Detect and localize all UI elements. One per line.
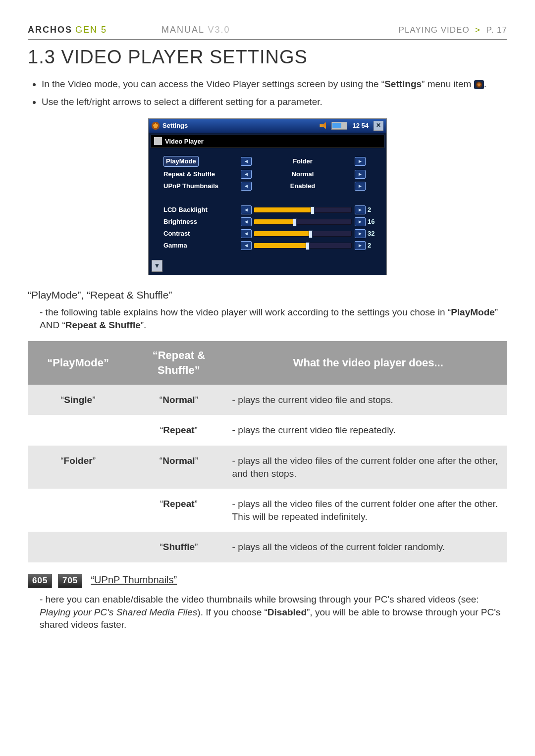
speaker-icon [320,122,328,129]
th-action: What the video player does... [229,341,507,384]
th-repeat: “Repeat & Shuffle” [128,341,229,384]
setting-row: Repeat & Shuffle◄Normal► [163,170,381,179]
manual-version: V3.0 [208,25,230,35]
setting-value: Enabled [254,182,352,191]
setting-label: UPnP Thumbnails [163,182,238,191]
arrow-right-button[interactable]: ► [355,241,366,250]
setting-value: 2 [368,241,381,250]
setting-label: PlayMode [163,156,199,167]
arrow-left-button[interactable]: ◄ [241,205,252,214]
manual-label: MANUAL V3.0 [161,24,230,36]
badge-605: 605 [28,574,52,588]
cell-playmode: “Folder” [28,446,128,489]
table-row: “Folder”“Normal”- plays all the video fi… [28,446,507,489]
clock: 12 54 [352,121,369,130]
arrow-left-button[interactable]: ◄ [241,157,252,166]
battery-icon [331,122,347,130]
intro-list: In the Video mode, you can access the Vi… [28,78,507,108]
breadcrumb-page: P. 17 [486,25,507,35]
slider[interactable] [254,219,352,225]
arrow-left-button[interactable]: ◄ [241,217,252,226]
setting-row: Brightness◄►16 [163,217,381,226]
close-button[interactable]: ✕ [374,121,383,131]
setting-label: LCD Backlight [163,205,238,214]
setting-row: Gamma◄►2 [163,241,381,250]
ui-title: Settings [162,121,188,130]
page-header: ARCHOS GEN 5 MANUAL V3.0 PLAYING VIDEO >… [28,24,507,40]
arrow-right-button[interactable]: ► [355,205,366,214]
brand-logo: ARCHOS [28,24,72,36]
setting-label: Gamma [163,241,238,250]
cell-desc: - plays the current video file and stops… [229,385,507,415]
setting-label: Brightness [163,217,238,226]
breadcrumb: PLAYING VIDEO > P. 17 [399,25,507,36]
setting-row: Contrast◄►32 [163,229,381,238]
cell-repeat: “Repeat” [128,415,229,446]
ui-subtitle: Video Player [165,137,204,146]
breadcrumb-section: PLAYING VIDEO [399,25,470,35]
arrow-right-button[interactable]: ► [355,217,366,226]
scroll-down-button[interactable]: ▼ [152,260,162,272]
breadcrumb-sep: > [475,25,481,35]
setting-value: 32 [368,229,381,238]
cell-desc: - plays all the videos of the current fo… [229,532,507,562]
badge-705: 705 [58,574,82,588]
setting-value: 16 [368,217,381,226]
table-row: “Repeat”- plays all the video files of t… [28,489,507,532]
setting-label: Contrast [163,229,238,238]
video-player-icon [154,137,162,145]
gear-icon [474,80,484,89]
intro-item-1: In the Video mode, you can access the Vi… [42,78,507,91]
arrow-right-button[interactable]: ► [355,157,366,166]
arrow-right-button[interactable]: ► [355,182,366,191]
ui-titlebar: Settings 12 54 ✕ [149,119,386,133]
gear-icon [152,122,160,130]
slider[interactable] [254,231,352,237]
setting-value: Normal [254,170,352,179]
arrow-right-button[interactable]: ► [355,229,366,238]
cell-repeat: “Normal” [128,385,229,415]
setting-value: Folder [254,157,352,166]
cell-repeat: “Shuffle” [128,532,229,562]
th-playmode: “PlayMode” [28,341,128,384]
cell-playmode [28,489,128,532]
cell-playmode [28,532,128,562]
setting-row: PlayMode◄Folder► [163,156,381,167]
cell-repeat: “Normal” [128,446,229,489]
cell-desc: - plays all the video files of the curre… [229,489,507,532]
upnp-heading-line: 605 705 “UPnP Thumbnails” [28,573,507,588]
product-gen: GEN 5 [75,24,107,36]
arrow-left-button[interactable]: ◄ [241,182,252,191]
cell-repeat: “Repeat” [128,489,229,532]
upnp-desc: - here you can enable/disable the video … [40,593,507,631]
intro-item-2: Use the left/right arrows to select a di… [42,96,507,108]
settings-screenshot: Settings 12 54 ✕ Video Player PlayMode◄F… [148,118,387,275]
subheading-playmode-desc: - the following table explains how the v… [40,306,507,331]
setting-row: UPnP Thumbnails◄Enabled► [163,182,381,191]
cell-desc: - plays the current video file repeatedl… [229,415,507,446]
section-title: 1.3 VIDEO PLAYER SETTINGS [28,45,507,70]
cell-playmode: “Single” [28,385,128,415]
table-row: “Single”“Normal”- plays the current vide… [28,385,507,415]
setting-row: LCD Backlight◄►2 [163,205,381,214]
cell-desc: - plays all the video files of the curre… [229,446,507,489]
table-row: “Shuffle”- plays all the videos of the c… [28,532,507,562]
table-row: “Repeat”- plays the current video file r… [28,415,507,446]
playmode-table: “PlayMode” “Repeat & Shuffle” What the v… [28,341,507,562]
setting-value: 2 [368,205,381,214]
upnp-heading: “UPnP Thumbnails” [91,574,177,585]
ui-subtitle-bar: Video Player [151,135,384,149]
manual-word: MANUAL [161,25,204,35]
setting-label: Repeat & Shuffle [163,170,238,179]
arrow-left-button[interactable]: ◄ [241,170,252,179]
slider[interactable] [254,207,352,213]
cell-playmode [28,415,128,446]
arrow-left-button[interactable]: ◄ [241,241,252,250]
slider[interactable] [254,243,352,249]
arrow-left-button[interactable]: ◄ [241,229,252,238]
arrow-right-button[interactable]: ► [355,170,366,179]
subheading-playmode: “PlayMode”, “Repeat & Shuffle” [28,288,507,302]
